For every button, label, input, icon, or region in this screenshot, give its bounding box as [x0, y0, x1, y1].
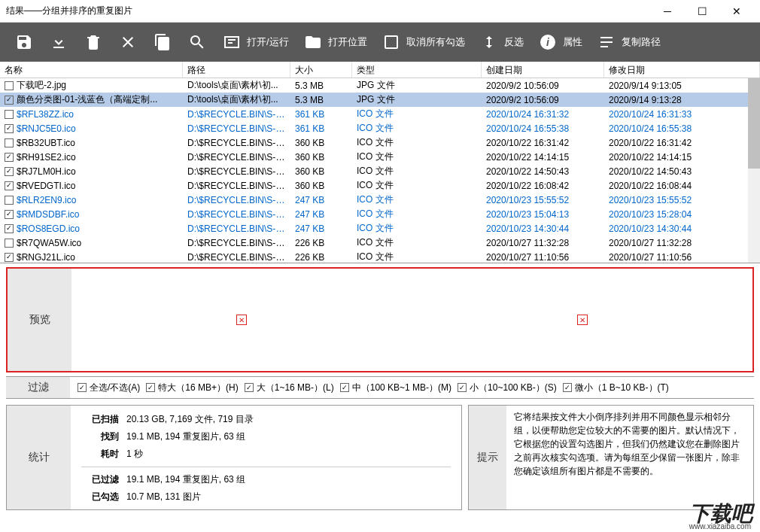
- toolbar-info-button[interactable]: i属性: [533, 29, 587, 56]
- table-row[interactable]: $RJ7LM0H.icoD:\$RECYCLE.BIN\S-1-...360 K…: [0, 164, 760, 178]
- close-button[interactable]: ✕: [719, 0, 754, 23]
- window-title: 结果——分组并排序的重复图片: [6, 5, 132, 17]
- filter-checkbox[interactable]: [146, 383, 155, 392]
- row-modified: 2020/9/14 9:13:05: [604, 80, 760, 92]
- table-row[interactable]: 下载吧-2.jpgD:\tools\桌面\素材\初...5.3 MBJPG 文件…: [0, 78, 760, 93]
- maximize-button[interactable]: ☐: [685, 0, 719, 23]
- row-name: $RNJC5E0.ico: [17, 123, 76, 134]
- row-name: $RH91SE2.ico: [17, 152, 76, 163]
- window-controls: ─ ☐ ✕: [650, 0, 754, 23]
- filter-checkbox[interactable]: [563, 383, 572, 392]
- filter-option[interactable]: 大（1~16 MB-）(L): [245, 382, 334, 394]
- table-row[interactable]: $RNGJ21L.icoD:\$RECYCLE.BIN\S-1-...226 K…: [0, 250, 760, 263]
- table-row[interactable]: $RH91SE2.icoD:\$RECYCLE.BIN\S-1-...360 K…: [0, 150, 760, 164]
- toolbar: 打开/运行打开位置取消所有勾选反选i属性复制路径: [0, 23, 760, 62]
- header-created[interactable]: 创建日期: [482, 62, 604, 78]
- row-size: 360 KB: [290, 166, 352, 178]
- row-checkbox[interactable]: [5, 253, 14, 262]
- filter-option[interactable]: 微小（1 B~10 KB-）(T): [563, 382, 669, 394]
- table-row[interactable]: $RNJC5E0.icoD:\$RECYCLE.BIN\S-1-...361 K…: [0, 121, 760, 135]
- header-name[interactable]: 名称: [0, 62, 183, 78]
- toolbar-download-button[interactable]: [44, 29, 74, 56]
- row-checkbox[interactable]: [5, 153, 14, 162]
- row-path: D:\$RECYCLE.BIN\S-1-...: [183, 151, 290, 163]
- row-checkbox[interactable]: [5, 110, 14, 119]
- filter-option[interactable]: 中（100 KB~1 MB-）(M): [340, 382, 451, 394]
- header-modified[interactable]: 修改日期: [604, 62, 760, 78]
- table-row[interactable]: $R7QWA5W.icoD:\$RECYCLE.BIN\S-1-...226 K…: [0, 236, 760, 250]
- row-checkbox[interactable]: [5, 224, 14, 233]
- filter-option[interactable]: 全选/不选(A): [78, 382, 140, 394]
- row-checkbox[interactable]: [5, 181, 14, 190]
- filter-text: 微小（1 B~10 KB-）(T): [575, 382, 669, 394]
- stats-filtered-key: 已过滤: [81, 473, 119, 486]
- table-row[interactable]: $ROS8EGD.icoD:\$RECYCLE.BIN\S-1-...247 K…: [0, 221, 760, 236]
- preview-label: 预览: [8, 269, 71, 371]
- row-name: $RMDSDBF.ico: [17, 209, 79, 220]
- filter-checkbox[interactable]: [458, 383, 467, 392]
- row-path: D:\$RECYCLE.BIN\S-1-...: [183, 223, 290, 235]
- row-path: D:\tools\桌面\素材\初...: [183, 93, 290, 107]
- row-modified: 2020/10/23 15:55:52: [604, 194, 760, 206]
- table-row[interactable]: $RFL38ZZ.icoD:\$RECYCLE.BIN\S-1-...361 K…: [0, 107, 760, 121]
- stats-scanned-key: 已扫描: [81, 413, 119, 426]
- row-modified: 2020/10/22 16:08:44: [604, 180, 760, 192]
- row-checkbox[interactable]: [5, 210, 14, 219]
- row-checkbox[interactable]: [5, 96, 14, 105]
- filter-checkbox[interactable]: [245, 383, 254, 392]
- filter-text: 小（10~100 KB-）(S): [470, 382, 557, 394]
- toolbar-label: 取消所有勾选: [406, 35, 465, 49]
- toolbar-open-button[interactable]: 打开/运行: [217, 29, 293, 56]
- row-path: D:\$RECYCLE.BIN\S-1-...: [183, 208, 290, 220]
- row-name: 下载吧-2.jpg: [17, 79, 66, 92]
- row-checkbox[interactable]: [5, 81, 14, 90]
- table-body[interactable]: 下载吧-2.jpgD:\tools\桌面\素材\初...5.3 MBJPG 文件…: [0, 78, 760, 263]
- uncheck-icon: [381, 32, 402, 53]
- table-row[interactable]: 颜色分类图-01-浅蓝色（高端定制...D:\tools\桌面\素材\初...5…: [0, 93, 760, 107]
- scroll-thumb[interactable]: [748, 78, 760, 169]
- toolbar-save-button[interactable]: [9, 29, 39, 56]
- row-created: 2020/10/22 14:50:43: [482, 166, 604, 178]
- toolbar-invert-button[interactable]: 反选: [474, 29, 528, 56]
- row-checkbox[interactable]: [5, 138, 14, 147]
- toolbar-path-button[interactable]: 复制路径: [591, 29, 665, 56]
- row-type: ICO 文件: [352, 107, 482, 121]
- header-size[interactable]: 大小: [290, 62, 352, 78]
- broken-image-icon: ✕: [236, 315, 247, 325]
- header-type[interactable]: 类型: [352, 62, 482, 78]
- row-checkbox[interactable]: [5, 124, 14, 133]
- toolbar-folder-button[interactable]: 打开位置: [298, 29, 372, 56]
- filter-option[interactable]: 特大（16 MB+）(H): [146, 382, 238, 394]
- row-modified: 2020/10/23 14:30:44: [604, 223, 760, 235]
- table-row[interactable]: $RMDSDBF.icoD:\$RECYCLE.BIN\S-1-...247 K…: [0, 207, 760, 221]
- row-created: 2020/10/22 16:31:42: [482, 137, 604, 149]
- header-path[interactable]: 路径: [183, 62, 290, 78]
- row-checkbox[interactable]: [5, 239, 14, 248]
- table-row[interactable]: $RVEDGTI.icoD:\$RECYCLE.BIN\S-1-...360 K…: [0, 178, 760, 193]
- toolbar-label: 反选: [504, 35, 524, 49]
- filter-option[interactable]: 小（10~100 KB-）(S): [458, 382, 557, 394]
- row-name: $RLR2EN9.ico: [17, 195, 76, 205]
- row-checkbox[interactable]: [5, 196, 14, 205]
- preview-panel: 预览 ✕ ✕: [6, 267, 754, 372]
- toolbar-trash-button[interactable]: [78, 29, 108, 56]
- row-path: D:\tools\桌面\素材\初...: [183, 78, 290, 93]
- row-size: 5.3 MB: [290, 80, 352, 92]
- vertical-scrollbar[interactable]: [748, 78, 760, 263]
- row-modified: 2020/10/24 16:55:38: [604, 123, 760, 135]
- row-checkbox[interactable]: [5, 167, 14, 176]
- toolbar-copy-button[interactable]: [147, 29, 178, 56]
- minimize-button[interactable]: ─: [650, 0, 685, 23]
- table-row[interactable]: $RB32UBT.icoD:\$RECYCLE.BIN\S-1-...360 K…: [0, 135, 760, 150]
- toolbar-close-button[interactable]: [113, 29, 143, 56]
- row-type: ICO 文件: [352, 178, 482, 193]
- toolbar-search-button[interactable]: [182, 29, 212, 56]
- toolbar-uncheck-button[interactable]: 取消所有勾选: [376, 29, 470, 56]
- row-path: D:\$RECYCLE.BIN\S-1-...: [183, 108, 290, 120]
- save-icon: [14, 32, 35, 53]
- table-row[interactable]: $RLR2EN9.icoD:\$RECYCLE.BIN\S-1-...247 K…: [0, 193, 760, 207]
- row-modified: 2020/9/14 9:13:28: [604, 94, 760, 106]
- filter-checkbox[interactable]: [78, 383, 87, 392]
- row-name: $ROS8EGD.ico: [17, 223, 80, 234]
- filter-checkbox[interactable]: [340, 383, 349, 392]
